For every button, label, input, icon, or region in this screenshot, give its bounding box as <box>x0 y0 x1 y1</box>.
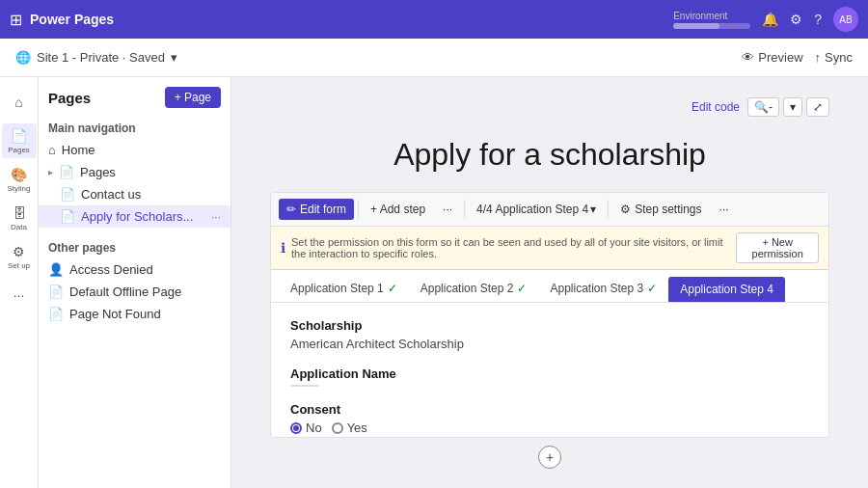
preview-icon: 👁 <box>742 50 754 65</box>
toolbar-separator-3 <box>608 200 609 219</box>
help-icon[interactable]: ? <box>814 12 822 27</box>
second-bar: 🌐 Site 1 - Private · Saved ▾ 👁 Preview ↑… <box>0 39 868 77</box>
main-layout: ⌂ 📄 Pages 🎨 Styling 🗄 Data ⚙ Set up ··· … <box>0 77 868 488</box>
step-2-check: ✓ <box>517 282 527 295</box>
preview-button[interactable]: 👁 Preview <box>742 50 802 65</box>
consent-yes-label: Yes <box>347 420 367 435</box>
site-info: 🌐 Site 1 - Private · Saved ▾ <box>15 50 177 65</box>
sync-button[interactable]: ↑ Sync <box>815 50 853 65</box>
zoom-out-button[interactable]: 🔍- <box>747 97 779 117</box>
step-settings-label: Step settings <box>635 203 701 216</box>
step-settings-more-button[interactable]: ··· <box>712 199 737 220</box>
step-1-label: Application Step 1 <box>290 282 384 295</box>
nav-offline-label: Default Offline Page <box>69 285 181 299</box>
consent-radio-group: No Yes <box>290 420 809 435</box>
toolbar-separator-1 <box>358 200 359 219</box>
env-progress-fill <box>673 23 719 29</box>
step-tab-1[interactable]: Application Step 1 ✓ <box>279 276 409 303</box>
pages-nav-icon: 📄 <box>59 165 74 179</box>
nav-access-denied-label: Access Denied <box>69 262 153 277</box>
environment-info: Environment <box>673 11 750 29</box>
expand-button[interactable]: ⤢ <box>806 97 829 117</box>
add-step-label: + Add step <box>370 203 425 216</box>
sidebar-item-home[interactable]: ⌂ <box>2 85 37 120</box>
nav-apply-label: Apply for Scholars... <box>81 209 193 224</box>
info-icon: ℹ <box>281 240 285 256</box>
nav-item-access-denied[interactable]: 👤 Access Denied <box>39 258 231 281</box>
env-label: Environment <box>673 11 750 21</box>
step-tab-4[interactable]: Application Step 4 <box>668 277 785 302</box>
add-step-button[interactable]: + Add step <box>363 199 433 220</box>
step-4-label: Application Step 4 <box>680 283 773 296</box>
chevron-down-icon[interactable]: ▾ <box>171 50 177 65</box>
step-settings-button[interactable]: ⚙ Step settings <box>612 199 709 220</box>
step-selector-chevron: ▾ <box>590 203 596 216</box>
nav-item-not-found[interactable]: 📄 Page Not Found <box>39 303 231 325</box>
toolbar-separator-2 <box>464 200 465 219</box>
add-section: + <box>270 446 829 469</box>
consent-label: Consent <box>290 402 809 417</box>
nav-item-pages[interactable]: ▸ 📄 Pages <box>39 161 231 183</box>
top-bar: ⊞ Power Pages Environment 🔔 ⚙ ? AB <box>0 0 868 39</box>
sidebar-item-more[interactable]: ··· <box>2 278 37 312</box>
not-found-icon: 📄 <box>48 307 64 321</box>
step-tab-3[interactable]: Application Step 3 ✓ <box>538 276 668 303</box>
app-title: Power Pages <box>30 12 114 27</box>
new-permission-button[interactable]: + New permission <box>736 232 819 263</box>
consent-yes-option[interactable]: Yes <box>332 420 367 435</box>
nav-pages-label: Pages <box>80 165 116 179</box>
form-card: ✏ Edit form + Add step ··· 4/4 Applicati… <box>270 192 829 438</box>
nav-item-contact[interactable]: 📄 Contact us <box>39 183 231 205</box>
sidebar-item-data[interactable]: 🗄 Data <box>2 201 37 235</box>
page-title: Apply for a scholarship <box>270 137 829 173</box>
nav-item-apply[interactable]: 📄 Apply for Scholars... ··· <box>39 205 231 228</box>
consent-no-radio[interactable] <box>290 422 302 434</box>
apps-icon[interactable]: ⊞ <box>10 11 22 29</box>
consent-yes-radio[interactable] <box>332 422 343 434</box>
application-name-label: Application Name <box>290 366 809 381</box>
pages-title: Pages <box>48 90 91 106</box>
edit-form-button[interactable]: ✏ Edit form <box>279 199 354 220</box>
sidebar-item-pages[interactable]: 📄 Pages <box>2 123 37 158</box>
sidebar-item-setup[interactable]: ⚙ Set up <box>2 239 37 274</box>
other-pages-title: Other pages <box>39 237 231 258</box>
env-progress-bar <box>673 23 750 29</box>
permission-bar: ℹ Set the permission on this form so it … <box>271 227 828 270</box>
edit-code-button[interactable]: Edit code <box>684 96 747 118</box>
application-name-line <box>290 385 319 387</box>
offline-icon: 📄 <box>48 285 64 299</box>
zoom-dropdown-button[interactable]: ▾ <box>783 97 802 117</box>
step-3-label: Application Step 3 <box>550 282 643 295</box>
step-2-label: Application Step 2 <box>420 282 514 295</box>
sync-label: Sync <box>825 50 853 65</box>
nav-not-found-label: Page Not Found <box>69 307 161 321</box>
form-content: Scholarship American Architect Scholarsh… <box>271 303 828 438</box>
access-denied-icon: 👤 <box>48 262 64 277</box>
step-settings-icon: ⚙ <box>620 203 631 216</box>
setup-icon: ⚙ <box>13 244 25 259</box>
apply-more-icon[interactable]: ··· <box>211 210 221 224</box>
consent-no-label: No <box>306 420 322 435</box>
sync-icon: ↑ <box>815 50 822 65</box>
site-actions: 👁 Preview ↑ Sync <box>742 50 853 65</box>
nav-item-home[interactable]: ⌂ Home <box>39 139 231 161</box>
pages-panel: Pages + Page Main navigation ⌂ Home ▸ 📄 … <box>39 77 231 488</box>
add-section-button[interactable]: + <box>538 446 561 469</box>
avatar[interactable]: AB <box>833 7 858 32</box>
step-tab-2[interactable]: Application Step 2 ✓ <box>409 276 539 303</box>
add-page-button[interactable]: + Page <box>165 87 221 108</box>
home-nav-icon: ⌂ <box>48 143 56 157</box>
consent-no-option[interactable]: No <box>290 420 322 435</box>
permission-message: Set the permission on this form so it ca… <box>291 236 736 259</box>
more-icon: ··· <box>14 287 25 303</box>
zoom-controls: 🔍- ▾ ⤢ <box>747 96 829 118</box>
setup-icon-label: Set up <box>8 261 30 270</box>
add-step-more-button[interactable]: ··· <box>435 199 460 220</box>
scholarship-label: Scholarship <box>290 318 809 333</box>
settings-icon[interactable]: ⚙ <box>790 12 802 27</box>
consent-field: Consent No Yes <box>290 402 809 435</box>
step-selector-button[interactable]: 4/4 Application Step 4 ▾ <box>469 199 604 220</box>
sidebar-item-styling[interactable]: 🎨 Styling <box>2 162 37 197</box>
notifications-icon[interactable]: 🔔 <box>762 12 778 27</box>
nav-item-offline[interactable]: 📄 Default Offline Page <box>39 281 231 303</box>
